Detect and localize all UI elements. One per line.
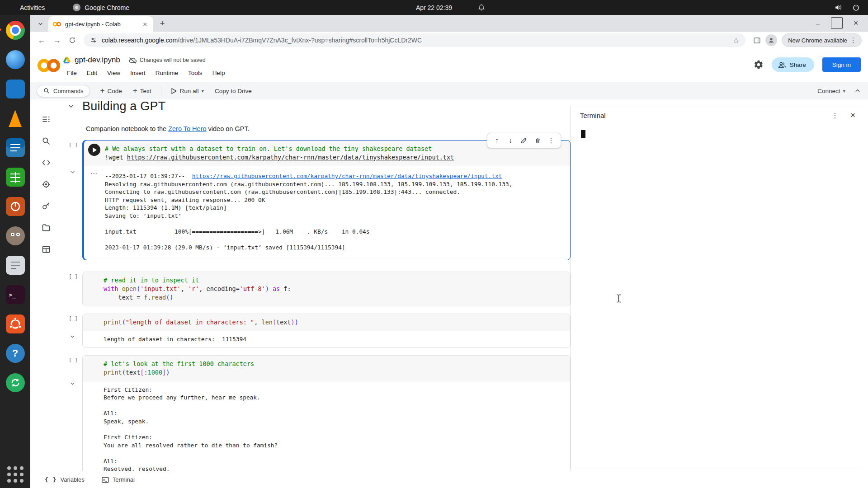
- move-cell-up-icon[interactable]: ↑: [490, 134, 504, 147]
- run-cell-button[interactable]: [88, 144, 100, 156]
- dock-impress[interactable]: [4, 195, 27, 218]
- activities-button[interactable]: Activities: [20, 4, 45, 11]
- terminal-panel-title: Terminal: [580, 112, 606, 119]
- forward-button[interactable]: →: [50, 33, 64, 47]
- update-kebab-icon[interactable]: ⋮: [847, 36, 859, 44]
- new-tab-button[interactable]: +: [156, 17, 169, 30]
- dock-gimp[interactable]: [4, 224, 27, 248]
- colab-logo[interactable]: [37, 56, 61, 75]
- output-options-icon[interactable]: ⋯: [90, 169, 98, 178]
- menu-edit[interactable]: Edit: [83, 68, 101, 78]
- dock-chrome[interactable]: [4, 19, 27, 42]
- run-all-button[interactable]: Run all ▾: [167, 85, 208, 97]
- clock-text[interactable]: Apr 22 02:39: [416, 4, 452, 11]
- desktop: Activities Google Chrome Apr 22 02:39 >_: [0, 0, 868, 488]
- dock-writer[interactable]: [4, 136, 27, 160]
- cell-more-options-icon[interactable]: ⋮: [544, 134, 558, 147]
- cell-toolbar: ↑ ↓ ⋮: [487, 133, 561, 148]
- code-cell[interactable]: # read it in to inspect itwith open('inp…: [82, 272, 571, 306]
- browser-tab[interactable]: gpt-dev.ipynb - Colab ×: [48, 16, 153, 32]
- add-code-button[interactable]: +Code: [95, 84, 126, 98]
- dock-green-app[interactable]: [4, 371, 27, 394]
- chrome-update-button[interactable]: New Chrome available ⋮: [782, 33, 862, 47]
- execution-count: [ ]: [69, 273, 78, 279]
- tab-search-button[interactable]: [34, 17, 47, 30]
- code-snippets-icon[interactable]: [41, 157, 52, 168]
- share-button[interactable]: Share: [772, 57, 814, 72]
- code-cell[interactable]: ↑ ↓ ⋮ # We always start with a dataset t…: [82, 140, 571, 260]
- profile-avatar[interactable]: [765, 34, 777, 46]
- dock-calc[interactable]: [4, 165, 27, 189]
- copy-to-drive-button[interactable]: Copy to Drive: [210, 85, 256, 97]
- run-all-play-icon: [171, 88, 177, 94]
- notebook-title[interactable]: gpt-dev.ipynb: [75, 56, 120, 65]
- menu-help[interactable]: Help: [208, 68, 229, 78]
- minimize-button[interactable]: –: [812, 17, 824, 29]
- run-all-dropdown-arrow[interactable]: ▾: [201, 88, 204, 94]
- side-panel-icon[interactable]: [750, 33, 764, 47]
- connect-dropdown-arrow[interactable]: ▾: [843, 88, 845, 94]
- tab-close-icon[interactable]: ×: [141, 20, 149, 28]
- copy-to-drive-label: Copy to Drive: [215, 88, 252, 94]
- code-cell[interactable]: # let's look at the first 1000 character…: [82, 355, 571, 471]
- connect-button[interactable]: Connect ▾: [817, 88, 845, 94]
- terminal-options-kebab-icon[interactable]: ⋮: [831, 111, 839, 120]
- terminal-screen[interactable]: [571, 124, 863, 469]
- commands-label: Commands: [53, 88, 83, 94]
- secrets-key-icon[interactable]: [41, 201, 52, 211]
- settings-gear-icon[interactable]: [754, 60, 764, 70]
- sign-in-button[interactable]: Sign in: [822, 57, 861, 72]
- terminal-button[interactable]: Terminal: [96, 474, 140, 486]
- menu-insert[interactable]: Insert: [126, 68, 150, 78]
- dock-blue-app[interactable]: [4, 48, 27, 71]
- dock-text-editor[interactable]: [4, 253, 27, 277]
- output-collapse-chevron[interactable]: [70, 380, 75, 386]
- dock-help[interactable]: ?: [4, 342, 27, 365]
- edit-cell-icon[interactable]: [517, 134, 531, 147]
- dock-terminal[interactable]: >_: [4, 283, 27, 306]
- chrome-icon: [6, 21, 25, 40]
- menu-view[interactable]: View: [103, 68, 124, 78]
- menu-runtime[interactable]: Runtime: [151, 68, 182, 78]
- notification-bell-icon[interactable]: [478, 4, 485, 11]
- maximize-button[interactable]: [831, 17, 843, 29]
- data-table-icon[interactable]: [41, 244, 52, 255]
- window-close-button[interactable]: ×: [850, 17, 862, 29]
- output-collapse-chevron[interactable]: [70, 333, 75, 339]
- delete-cell-icon[interactable]: [531, 134, 544, 147]
- collapse-header-icon[interactable]: [854, 88, 861, 94]
- site-info-icon[interactable]: [90, 37, 97, 44]
- code-cell[interactable]: print("length of dataset in characters: …: [82, 314, 571, 348]
- add-text-button[interactable]: +Text: [128, 84, 156, 98]
- terminal-close-icon[interactable]: ×: [850, 110, 855, 120]
- colab-favicon: [53, 21, 61, 27]
- variable-inspector-icon[interactable]: [41, 179, 52, 190]
- focused-app-menu[interactable]: Google Chrome: [73, 4, 129, 11]
- dock-vscode[interactable]: [4, 77, 27, 101]
- code-editor[interactable]: # read it in to inspect itwith open('inp…: [83, 272, 570, 306]
- power-icon[interactable]: [852, 4, 860, 11]
- move-cell-down-icon[interactable]: ↓: [504, 134, 517, 147]
- code-editor[interactable]: # let's look at the first 1000 character…: [83, 356, 570, 381]
- menu-tools[interactable]: Tools: [184, 68, 207, 78]
- variables-button[interactable]: { } Variables: [39, 474, 90, 486]
- commands-button[interactable]: Commands: [37, 85, 90, 97]
- back-button[interactable]: ←: [35, 33, 48, 47]
- colab-toolbar: Commands +Code +Text Run all ▾ Copy to D…: [30, 82, 868, 99]
- zero-to-hero-link[interactable]: Zero To Hero: [168, 125, 206, 132]
- dock-vlc[interactable]: [4, 107, 27, 130]
- dock-ubuntu-software[interactable]: [4, 312, 27, 336]
- menu-file[interactable]: File: [63, 68, 81, 78]
- section-collapse-chevron[interactable]: [68, 103, 74, 109]
- bookmark-star-icon[interactable]: ☆: [733, 36, 739, 45]
- table-of-contents-icon[interactable]: [41, 114, 52, 125]
- notebook-scroll-area[interactable]: Building a GPT Companion notebook to the…: [62, 99, 571, 471]
- output-collapse-chevron[interactable]: [70, 169, 75, 175]
- reload-button[interactable]: [66, 33, 79, 47]
- address-bar[interactable]: colab.research.google.com/drive/1JMLa53H…: [84, 33, 745, 47]
- show-applications-button[interactable]: [0, 466, 30, 483]
- volume-icon[interactable]: [835, 4, 842, 11]
- find-replace-icon[interactable]: [41, 136, 52, 146]
- files-folder-icon[interactable]: [41, 222, 52, 233]
- code-editor[interactable]: print("length of dataset in characters: …: [83, 314, 570, 331]
